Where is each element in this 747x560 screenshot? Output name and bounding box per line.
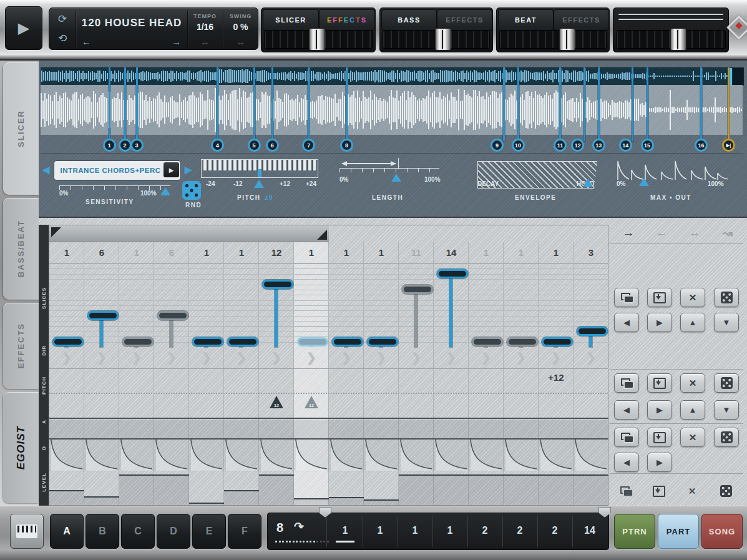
- level-step[interactable]: [539, 474, 574, 506]
- length-handle[interactable]: [391, 174, 401, 182]
- level-step[interactable]: [294, 498, 329, 507]
- tab-slicer-page[interactable]: SLICER: [3, 62, 39, 195]
- pattern-F-button[interactable]: F: [228, 514, 261, 549]
- play-backward-icon[interactable]: ←: [649, 225, 674, 241]
- step-number[interactable]: 6: [154, 242, 189, 263]
- decay-curve[interactable]: [539, 440, 574, 471]
- decay-curve[interactable]: [469, 440, 504, 471]
- mode-song-button[interactable]: SONG: [701, 514, 743, 549]
- sensitivity-handle[interactable]: [160, 187, 170, 195]
- decay-curve[interactable]: [329, 440, 364, 471]
- pitch-handle[interactable]: [254, 180, 264, 188]
- step-number[interactable]: 11: [399, 242, 434, 263]
- tab-slicer[interactable]: SLICER: [263, 9, 319, 31]
- level-step[interactable]: [259, 474, 294, 506]
- slice-slider[interactable]: [157, 311, 188, 320]
- decay-curve[interactable]: [224, 440, 259, 471]
- clear-button-slices[interactable]: ✕: [680, 288, 705, 307]
- level-step[interactable]: [119, 474, 154, 506]
- direction-arrow[interactable]: ❯: [84, 347, 119, 367]
- end-marker[interactable]: ▶|: [722, 139, 735, 152]
- slice-slider[interactable]: [472, 337, 503, 346]
- slice-slider[interactable]: [542, 337, 573, 346]
- loop-end-handle[interactable]: [317, 230, 327, 240]
- slice-marker-4[interactable]: 4: [211, 139, 224, 152]
- shift-right-button-pitch[interactable]: ▶: [647, 400, 672, 420]
- shift-up-button-slices[interactable]: ▲: [680, 313, 705, 332]
- slice-marker-5[interactable]: 5: [248, 139, 261, 152]
- direction-arrow[interactable]: ❯: [539, 347, 574, 367]
- slice-slider[interactable]: [227, 337, 258, 346]
- level-step[interactable]: [504, 474, 539, 506]
- paste-button-level[interactable]: [647, 482, 671, 500]
- maxout-handle[interactable]: [639, 178, 649, 186]
- level-step[interactable]: [574, 474, 608, 506]
- step-number[interactable]: 1: [224, 242, 259, 263]
- slice-slider[interactable]: [437, 269, 468, 278]
- decay-curve[interactable]: [49, 440, 84, 471]
- level-step[interactable]: [49, 490, 84, 506]
- level-step[interactable]: [224, 490, 259, 506]
- song-step-3[interactable]: 1: [398, 513, 432, 548]
- slice-slider[interactable]: [262, 280, 293, 289]
- slice-marker-11[interactable]: 11: [554, 139, 567, 152]
- step-number[interactable]: 1: [294, 242, 329, 263]
- waveform-display[interactable]: [41, 85, 743, 135]
- tab-slicer-effects[interactable]: EFFECTS: [319, 9, 375, 31]
- swing-control[interactable]: SWING 0 % ↔: [223, 8, 258, 49]
- slice-slider[interactable]: [122, 337, 154, 346]
- step-number[interactable]: 1: [364, 242, 399, 263]
- slicer-crossfader-track[interactable]: [264, 30, 373, 49]
- direction-arrow[interactable]: ❯: [259, 347, 294, 367]
- slice-marker-12[interactable]: 12: [571, 139, 584, 152]
- play-button[interactable]: ▶: [5, 6, 42, 50]
- pitch-value-step[interactable]: +12: [539, 372, 574, 383]
- direction-arrow[interactable]: ❯: [469, 347, 504, 367]
- decay-curve[interactable]: [434, 440, 469, 471]
- direction-arrow[interactable]: ❯: [224, 347, 259, 367]
- slice-marker-9[interactable]: 9: [491, 139, 504, 152]
- slicer-crossfader-handle[interactable]: [309, 28, 325, 51]
- shift-left-button-pitch[interactable]: ◀: [614, 400, 639, 420]
- direction-arrow[interactable]: ❯: [49, 347, 84, 367]
- direction-lane[interactable]: ❯❯❯❯❯❯❯❯❯❯❯❯❯❯❯❯: [49, 347, 608, 369]
- slice-slider[interactable]: [507, 337, 538, 346]
- slice-slider[interactable]: [52, 337, 84, 346]
- loop-length-value[interactable]: 8: [276, 521, 283, 535]
- decay-lane[interactable]: [49, 440, 608, 471]
- pattern-B-button[interactable]: B: [85, 514, 119, 549]
- copy-button-pitch[interactable]: [614, 373, 639, 393]
- next-preset-icon[interactable]: →: [172, 36, 181, 47]
- song-step-5[interactable]: 2: [467, 513, 502, 548]
- master-volume-track[interactable]: [616, 30, 726, 49]
- next-sample-icon[interactable]: ▶: [185, 164, 192, 175]
- direction-arrow[interactable]: ❯: [434, 347, 469, 367]
- attack-lane[interactable]: [49, 420, 608, 438]
- slice-marker-16[interactable]: 16: [695, 139, 708, 152]
- slices-lane[interactable]: [49, 263, 608, 347]
- mode-ptrn-button[interactable]: PTRN: [614, 514, 655, 549]
- prev-sample-icon[interactable]: ◀: [42, 164, 50, 175]
- direction-arrow[interactable]: ❯: [504, 347, 539, 367]
- level-step[interactable]: [84, 496, 119, 506]
- level-step[interactable]: [469, 474, 504, 506]
- overview-playhead[interactable]: [730, 68, 732, 85]
- step-number[interactable]: 12: [259, 242, 294, 263]
- song-step-8[interactable]: 14: [572, 513, 607, 548]
- tab-bass[interactable]: BASS: [381, 9, 437, 31]
- slice-marker-6[interactable]: 6: [266, 139, 279, 152]
- pitch-marker-step[interactable]: 12: [270, 396, 283, 408]
- random-button-envelope[interactable]: [714, 428, 739, 447]
- loop-start-handle[interactable]: [51, 227, 61, 237]
- direction-arrow[interactable]: ❯: [154, 347, 189, 367]
- tab-bassbeat-page[interactable]: BASS/BEAT: [3, 198, 39, 300]
- copy-button-level[interactable]: [614, 482, 638, 500]
- decay-curve[interactable]: [259, 440, 294, 471]
- step-number[interactable]: 1: [329, 242, 364, 263]
- song-step-1[interactable]: 1: [328, 513, 363, 548]
- step-number[interactable]: 1: [189, 242, 224, 263]
- level-step[interactable]: [329, 497, 364, 506]
- maxout-display[interactable]: [617, 159, 728, 180]
- reverse-loop-icon[interactable]: ⟲: [49, 28, 76, 48]
- song-step-4[interactable]: 1: [432, 513, 467, 548]
